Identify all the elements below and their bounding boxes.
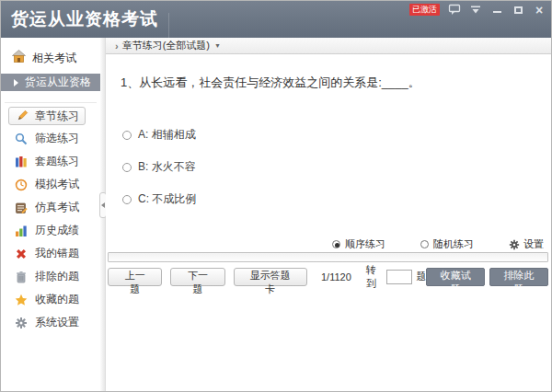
settings-gear-icon bbox=[509, 239, 520, 250]
option-b-radio[interactable] bbox=[122, 163, 132, 172]
play-arrow-icon bbox=[14, 79, 18, 86]
gear-icon bbox=[14, 317, 28, 329]
related-exams-label: 相关考试 bbox=[32, 51, 76, 66]
chevron-down-icon[interactable]: ▼ bbox=[214, 42, 221, 49]
bar-chart-icon bbox=[14, 225, 28, 237]
option-b[interactable]: B: 水火不容 bbox=[122, 159, 196, 175]
question-position: 1/1120 bbox=[321, 271, 351, 282]
goto-suffix-label: 题 bbox=[416, 270, 426, 283]
app-title: 货运从业资格考试 bbox=[1, 7, 158, 31]
maximize-icon[interactable] bbox=[512, 4, 524, 16]
option-a-radio[interactable] bbox=[122, 131, 132, 140]
next-question-button[interactable]: 下一题 bbox=[170, 268, 224, 286]
red-x-icon bbox=[14, 248, 28, 260]
mode-random-radio[interactable] bbox=[420, 240, 429, 248]
notepad-icon bbox=[14, 202, 28, 214]
sidebar-menu: 章节练习 筛选练习 bbox=[1, 107, 100, 334]
breadcrumb-arrow-icon: › bbox=[115, 40, 119, 52]
main-panel: › 章节练习(全部试题) ▼ 1、从长远看，社会责任与经济效益之间的关系是:__… bbox=[106, 38, 551, 392]
mode-random[interactable]: 随机练习 bbox=[420, 237, 474, 251]
breadcrumb-label: 章节练习(全部试题) bbox=[122, 39, 210, 52]
answer-card-button[interactable]: 显示答题卡 bbox=[234, 268, 307, 286]
sidebar-separator bbox=[5, 102, 97, 103]
option-c[interactable]: C: 不成比例 bbox=[122, 191, 196, 207]
settings-link[interactable]: 设置 bbox=[509, 237, 544, 251]
books-icon bbox=[14, 156, 28, 168]
goto-group: 转到 题 bbox=[366, 263, 427, 291]
prev-question-button[interactable]: 上一题 bbox=[108, 268, 162, 286]
option-c-radio[interactable] bbox=[122, 195, 132, 204]
app-window: 货运从业资格考试 已激活 × bbox=[0, 0, 552, 392]
sidebar-item-favorite-questions[interactable]: 收藏的题 bbox=[1, 288, 100, 311]
pager-controls: 上一题 下一题 显示答题卡 1/1120 转到 题 收藏试题 排除此题 bbox=[108, 267, 548, 286]
exclude-question-button[interactable]: 排除此题 bbox=[489, 268, 548, 286]
title-bar: 货运从业资格考试 已激活 × bbox=[1, 1, 551, 38]
title-divider bbox=[168, 13, 169, 38]
clock-icon bbox=[14, 179, 28, 191]
magnifier-icon bbox=[14, 133, 28, 145]
goto-prefix-label: 转到 bbox=[366, 263, 384, 291]
chevron-left-icon bbox=[101, 202, 105, 208]
trash-icon bbox=[14, 271, 28, 283]
sidebar-item-exam-freight[interactable]: 货运从业资格 bbox=[1, 74, 100, 91]
sidebar-item-simulation-exam[interactable]: 仿真考试 bbox=[1, 196, 100, 219]
practice-mode-row: 顺序练习 随机练习 bbox=[297, 237, 544, 251]
close-icon[interactable]: × bbox=[533, 4, 546, 16]
question-text: 1、从长远看，社会责任与经济效益之间的关系是:____。 bbox=[121, 75, 540, 91]
sidebar-item-system-settings[interactable]: 系统设置 bbox=[1, 311, 100, 334]
star-icon bbox=[14, 294, 28, 306]
activation-badge: 已激活 bbox=[409, 4, 440, 16]
pencil-icon bbox=[15, 110, 29, 122]
goto-question-input[interactable] bbox=[386, 270, 412, 284]
related-exams-header: 相关考试 bbox=[1, 49, 100, 67]
breadcrumb[interactable]: › 章节练习(全部试题) ▼ bbox=[106, 38, 551, 54]
home-icon bbox=[12, 50, 26, 66]
minimize-icon[interactable] bbox=[490, 4, 503, 16]
skin-menu-icon[interactable] bbox=[469, 4, 482, 16]
sidebar-item-chapter-practice[interactable]: 章节练习 bbox=[8, 107, 86, 125]
sidebar-item-history-scores[interactable]: 历史成绩 bbox=[1, 219, 100, 242]
sidebar-item-excluded-questions[interactable]: 排除的题 bbox=[1, 265, 100, 288]
favorite-question-button[interactable]: 收藏试题 bbox=[426, 268, 485, 286]
progress-bar bbox=[108, 252, 548, 262]
sidebar-item-mock-exam[interactable]: 模拟考试 bbox=[1, 173, 100, 196]
sidebar-item-my-mistakes[interactable]: 我的错题 bbox=[1, 242, 100, 265]
option-a[interactable]: A: 相辅相成 bbox=[122, 127, 196, 143]
titlebar-controls: 已激活 × bbox=[409, 4, 546, 16]
message-icon[interactable] bbox=[448, 4, 461, 16]
sidebar-item-filter-practice[interactable]: 筛选练习 bbox=[1, 127, 100, 150]
mode-sequential[interactable]: 顺序练习 bbox=[332, 237, 385, 251]
mode-sequential-radio[interactable] bbox=[332, 240, 340, 248]
sidebar: 相关考试 货运从业资格 章节练习 bbox=[1, 38, 100, 392]
sidebar-item-paper-practice[interactable]: 套题练习 bbox=[1, 150, 100, 173]
